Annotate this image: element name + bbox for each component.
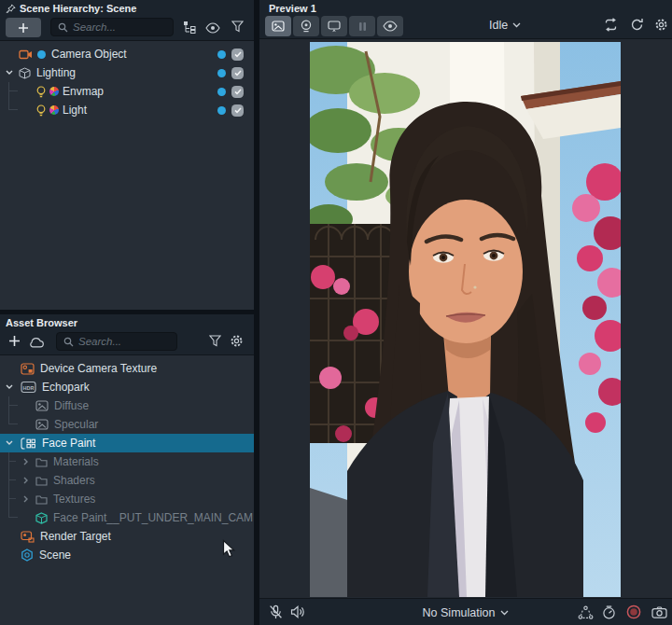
color-sphere-icon xyxy=(49,105,59,115)
scene-hierarchy-panel: Scene Hierarchy: Scene xyxy=(0,0,254,310)
video-camera-icon xyxy=(19,49,33,60)
scene-hierarchy-tree: Camera Object Lighting xyxy=(0,41,254,310)
asset-row-shaders[interactable]: Shaders xyxy=(0,471,254,490)
chevron-right-icon[interactable] xyxy=(21,477,32,484)
preview-image xyxy=(310,42,621,597)
refresh-icon[interactable] xyxy=(630,18,644,32)
asset-search-field[interactable] xyxy=(56,332,177,351)
filter-icon[interactable] xyxy=(209,335,221,347)
asset-row-scene[interactable]: Scene xyxy=(0,546,254,564)
asset-row-face-paint-put-under-main-cam[interactable]: Face Paint__PUT_UNDER_MAIN_CAM xyxy=(0,508,254,527)
prefab-group-icon xyxy=(21,438,36,450)
tree-row-envmap[interactable]: Envmap xyxy=(0,82,254,101)
object-color-dot xyxy=(37,50,46,59)
chevron-down-icon xyxy=(500,610,509,616)
cube-icon xyxy=(19,67,31,79)
chevron-down-icon xyxy=(512,22,521,28)
preview-eye-button[interactable] xyxy=(377,16,403,36)
texture-image-icon xyxy=(35,400,49,411)
asset-row-face-paint[interactable]: Face Paint xyxy=(0,434,254,452)
scene-hierarchy-header: Scene Hierarchy: Scene xyxy=(0,0,254,41)
image-icon xyxy=(272,21,285,32)
add-asset-icon[interactable] xyxy=(8,335,21,347)
preview-pause-button[interactable] xyxy=(349,16,375,36)
preview-title: Preview 1 xyxy=(269,3,316,14)
record-button[interactable] xyxy=(626,604,641,619)
visibility-dot[interactable] xyxy=(217,50,226,59)
scene-asset-icon xyxy=(21,549,34,562)
asset-row-echopark[interactable]: HDR Echopark xyxy=(0,378,254,396)
preview-header: Preview 1 Idle xyxy=(259,0,672,39)
svg-text:HDR: HDR xyxy=(23,385,35,391)
preview-panel: Preview 1 Idle xyxy=(259,0,672,625)
folder-icon xyxy=(35,476,48,486)
tree-row-lighting[interactable]: Lighting xyxy=(0,63,254,82)
cloud-icon[interactable] xyxy=(28,337,45,348)
scene-hierarchy-title: Scene Hierarchy: Scene xyxy=(6,2,136,15)
render-target-icon xyxy=(21,531,35,543)
enabled-checkbox[interactable] xyxy=(231,49,244,61)
enabled-checkbox[interactable] xyxy=(231,104,244,117)
chevron-down-icon[interactable] xyxy=(4,70,15,76)
light-bulb-icon xyxy=(35,86,47,98)
asset-search-input[interactable] xyxy=(78,336,170,347)
asset-row-render-target[interactable]: Render Target xyxy=(0,527,254,546)
search-icon xyxy=(58,22,68,33)
plus-icon xyxy=(18,22,29,34)
add-object-button[interactable] xyxy=(6,18,41,37)
color-sphere-icon xyxy=(49,87,59,96)
gear-icon[interactable] xyxy=(654,18,668,32)
pin-icon[interactable] xyxy=(6,4,16,14)
tree-row-light[interactable]: Light xyxy=(0,101,254,119)
chevron-right-icon[interactable] xyxy=(21,458,32,465)
webcam-icon xyxy=(300,20,313,33)
visibility-dot[interactable] xyxy=(217,69,226,77)
asset-row-materials[interactable]: Materials xyxy=(0,452,254,471)
screen-share-icon xyxy=(328,21,341,33)
swap-camera-icon[interactable] xyxy=(603,18,619,32)
hdr-texture-icon: HDR xyxy=(21,381,36,394)
pause-icon xyxy=(358,21,367,32)
teal-box-icon xyxy=(35,512,48,524)
preview-mode-screen-button[interactable] xyxy=(321,16,347,36)
light-bulb-icon xyxy=(35,104,47,117)
search-icon xyxy=(63,337,74,347)
asset-row-specular[interactable]: Specular xyxy=(0,415,254,434)
chevron-down-icon[interactable] xyxy=(4,440,15,446)
preview-mode-texture-button[interactable] xyxy=(265,16,291,36)
visibility-dot[interactable] xyxy=(217,88,226,96)
preview-state-dropdown[interactable]: Idle xyxy=(489,19,521,32)
visibility-eye-icon[interactable] xyxy=(205,22,220,34)
simulation-icon[interactable] xyxy=(578,605,594,620)
chevron-down-icon[interactable] xyxy=(4,384,15,390)
folder-icon xyxy=(35,494,48,505)
asset-browser-header: Asset Browser xyxy=(0,314,254,355)
device-camera-texture-icon xyxy=(21,363,35,375)
asset-browser-title: Asset Browser xyxy=(6,317,77,328)
timer-icon[interactable] xyxy=(602,605,616,619)
enabled-checkbox[interactable] xyxy=(231,67,244,79)
asset-browser-tree: Device Camera Texture HDR Echopark Diffu… xyxy=(0,355,254,625)
hierarchy-view-icon[interactable] xyxy=(183,21,196,34)
asset-browser-panel: Asset Browser xyxy=(0,314,254,625)
preview-mode-webcam-button[interactable] xyxy=(293,16,319,36)
app-window: Scene Hierarchy: Scene xyxy=(0,0,672,625)
asset-row-diffuse[interactable]: Diffuse xyxy=(0,396,254,415)
eye-icon xyxy=(383,21,398,32)
texture-image-icon xyxy=(35,419,49,430)
preview-bottom-bar: No Simulation xyxy=(259,598,672,625)
preview-viewport xyxy=(259,39,672,598)
scene-search-input[interactable] xyxy=(73,21,166,33)
tree-row-camera-object[interactable]: Camera Object xyxy=(0,45,254,63)
folder-icon xyxy=(35,457,48,467)
snapshot-camera-icon[interactable] xyxy=(651,606,667,618)
filter-icon[interactable] xyxy=(231,21,244,33)
scene-search-field[interactable] xyxy=(50,18,174,36)
asset-row-textures[interactable]: Textures xyxy=(0,490,254,508)
enabled-checkbox[interactable] xyxy=(231,86,244,98)
asset-row-device-camera-texture[interactable]: Device Camera Texture xyxy=(0,359,254,378)
gear-icon[interactable] xyxy=(230,334,244,348)
chevron-right-icon[interactable] xyxy=(21,495,32,503)
visibility-dot[interactable] xyxy=(217,106,226,115)
